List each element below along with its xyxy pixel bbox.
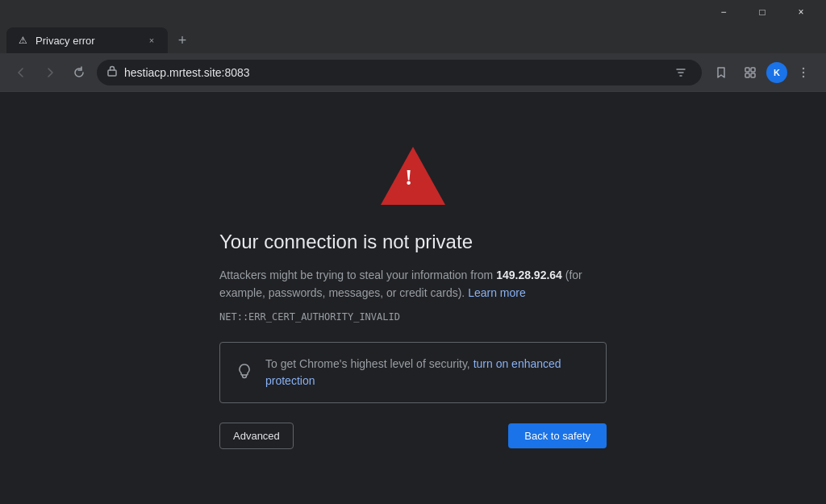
error-code: NET::ERR_CERT_AUTHORITY_INVALID — [219, 311, 400, 323]
action-buttons: Advanced Back to safety — [219, 423, 607, 449]
ip-address: 149.28.92.64 — [496, 269, 562, 281]
address-bar: hestiacp.mrtest.site:8083 K — [0, 53, 826, 92]
advanced-button[interactable]: Advanced — [219, 423, 294, 449]
profile-button[interactable]: K — [766, 62, 787, 83]
minimize-button[interactable]: − — [705, 0, 742, 24]
back-button[interactable] — [10, 61, 32, 84]
new-tab-button[interactable]: + — [171, 29, 194, 52]
omnibox-actions — [670, 61, 692, 84]
tab-bar: ⚠ Privacy error × + — [0, 24, 826, 53]
active-tab[interactable]: ⚠ Privacy error × — [6, 27, 168, 53]
url-display: hestiacp.mrtest.site:8083 — [124, 66, 663, 79]
svg-rect-4 — [751, 73, 755, 77]
title-bar: − □ × — [0, 0, 826, 24]
security-icon — [106, 65, 118, 79]
error-description: Attackers might be trying to steal your … — [219, 266, 607, 302]
security-message-prefix: To get Chrome's highest level of securit… — [265, 357, 473, 370]
maximize-button[interactable]: □ — [744, 0, 781, 24]
tab-title: Privacy error — [35, 35, 139, 47]
bookmark-button[interactable] — [708, 60, 734, 85]
svg-rect-1 — [745, 68, 749, 72]
error-container: Your connection is not private Attackers… — [203, 147, 623, 450]
tab-favicon-icon: ⚠ — [16, 34, 29, 47]
back-to-safety-button[interactable]: Back to safety — [508, 423, 607, 448]
forward-button[interactable] — [39, 61, 61, 84]
tune-icon[interactable] — [670, 61, 692, 84]
svg-point-7 — [803, 75, 804, 77]
window-controls: − □ × — [705, 0, 820, 24]
learn-more-link[interactable]: Learn more — [468, 286, 526, 299]
security-suggestion-box: To get Chrome's highest level of securit… — [219, 342, 607, 403]
svg-point-6 — [803, 71, 804, 73]
warning-triangle-icon — [381, 147, 445, 205]
svg-rect-3 — [745, 73, 749, 77]
toolbar-right: K — [708, 60, 816, 85]
extensions-button[interactable] — [737, 60, 763, 85]
error-title: Your connection is not private — [219, 231, 473, 253]
error-description-prefix: Attackers might be trying to steal your … — [219, 269, 496, 281]
security-text: To get Chrome's highest level of securit… — [265, 356, 590, 389]
reload-button[interactable] — [68, 61, 90, 84]
close-button[interactable]: × — [782, 0, 820, 24]
omnibox[interactable]: hestiacp.mrtest.site:8083 — [97, 60, 702, 85]
menu-button[interactable] — [791, 60, 816, 85]
lightbulb-icon — [236, 363, 252, 383]
tab-close-button[interactable]: × — [145, 34, 158, 47]
svg-rect-2 — [751, 68, 755, 72]
page-content: Your connection is not private Attackers… — [0, 92, 826, 504]
svg-rect-0 — [108, 70, 116, 76]
svg-point-5 — [803, 67, 804, 69]
